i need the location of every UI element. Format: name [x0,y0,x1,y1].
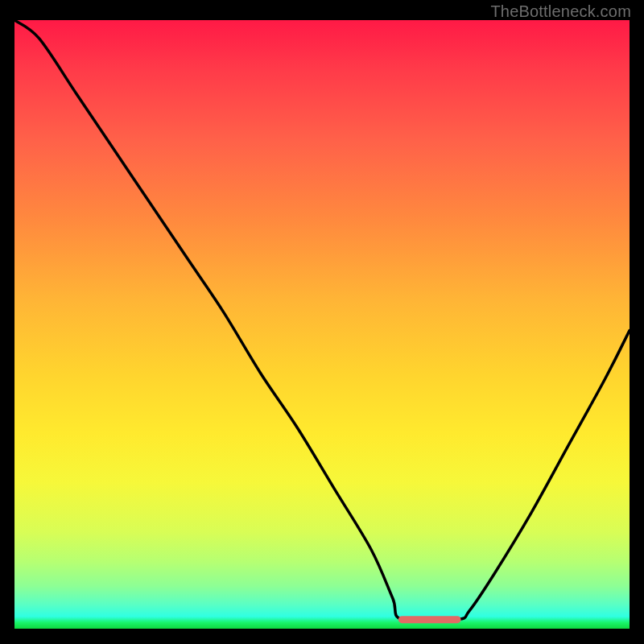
chart-frame: TheBottleneck.com [0,0,644,644]
bottleneck-curve-path [14,20,630,621]
watermark-text: TheBottleneck.com [490,2,631,21]
curve-overlay [14,20,630,629]
plot-area [14,20,630,629]
